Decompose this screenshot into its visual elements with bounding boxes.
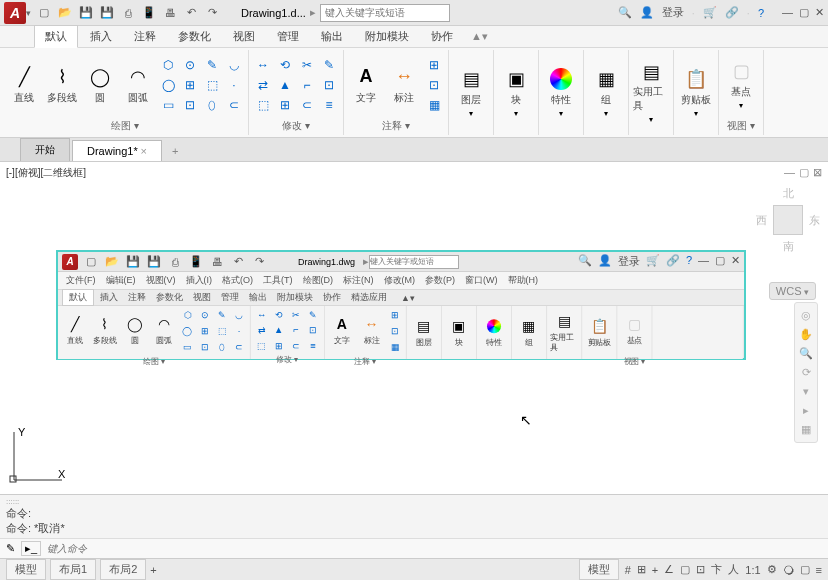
tab-annotate[interactable]: 注释 bbox=[124, 26, 166, 47]
app-logo-icon[interactable]: A bbox=[4, 2, 26, 24]
open-icon[interactable]: 📂 bbox=[56, 4, 74, 22]
cube-n[interactable]: 北 bbox=[783, 186, 794, 201]
mobile-icon[interactable]: 📱 bbox=[140, 4, 158, 22]
sm-btn[interactable]: ⬡ bbox=[158, 56, 178, 74]
sm-btn[interactable]: ⟲ bbox=[275, 56, 295, 74]
panel-draw-title[interactable]: 绘图 ▾ bbox=[6, 117, 244, 133]
save-icon[interactable]: 💾 bbox=[77, 4, 95, 22]
sm-btn[interactable]: ▭ bbox=[158, 96, 178, 114]
sm-btn[interactable]: ▦ bbox=[424, 96, 444, 114]
block-button[interactable]: ▣块▾ bbox=[498, 63, 534, 123]
sm-btn[interactable]: ⊡ bbox=[180, 96, 200, 114]
search-play-icon[interactable]: ▸ bbox=[310, 6, 316, 19]
sm-btn[interactable]: ◡ bbox=[224, 56, 244, 74]
tab-start[interactable]: 开始 bbox=[20, 138, 70, 161]
panel-annot-title[interactable]: 注释 ▾ bbox=[348, 117, 444, 133]
dim-button[interactable]: ↔标注 bbox=[386, 55, 422, 115]
tab-parametric[interactable]: 参数化 bbox=[168, 26, 221, 47]
dyn-icon[interactable]: 卞 bbox=[711, 562, 722, 577]
sm-btn[interactable]: ⌐ bbox=[297, 76, 317, 94]
tab-drawing1[interactable]: Drawing1* × bbox=[72, 140, 162, 161]
share-icon[interactable]: 🔗 bbox=[725, 6, 739, 19]
vp-close-icon[interactable]: ⊠ bbox=[813, 166, 822, 179]
login-link[interactable]: 登录 bbox=[662, 5, 684, 20]
sm-btn[interactable]: ⇄ bbox=[253, 76, 273, 94]
arc-button[interactable]: ◠圆弧 bbox=[120, 55, 156, 115]
command-input[interactable] bbox=[47, 543, 822, 554]
nav-play-icon[interactable]: ▸ bbox=[803, 404, 809, 417]
search-input[interactable] bbox=[320, 4, 450, 22]
status-layout2-tab[interactable]: 布局2 bbox=[100, 559, 146, 580]
nav-grid-icon[interactable]: ▦ bbox=[801, 423, 811, 436]
cmd-icon[interactable]: ✎ bbox=[6, 542, 15, 555]
sm-btn[interactable]: ▲ bbox=[275, 76, 295, 94]
track-icon[interactable]: ⊡ bbox=[696, 563, 705, 576]
gear-icon[interactable]: ⚙ bbox=[767, 563, 777, 576]
line-button[interactable]: ╱直线 bbox=[6, 55, 42, 115]
vp-min-icon[interactable]: — bbox=[784, 166, 795, 179]
status-model-tab[interactable]: 模型 bbox=[6, 559, 46, 580]
sm-btn[interactable]: ⊡ bbox=[424, 76, 444, 94]
sm-btn[interactable]: ⊞ bbox=[180, 76, 200, 94]
close-button[interactable]: ✕ bbox=[815, 6, 824, 19]
text-button[interactable]: A文字 bbox=[348, 55, 384, 115]
viewport-label[interactable]: [-][俯视][二维线框] bbox=[6, 166, 86, 180]
print-icon[interactable]: 🖶 bbox=[161, 4, 179, 22]
ortho-icon[interactable]: + bbox=[652, 564, 658, 576]
ribbon-expand-icon[interactable]: ▲▾ bbox=[471, 30, 488, 43]
cube-e[interactable]: 东 bbox=[809, 213, 820, 228]
redo-icon[interactable]: ↷ bbox=[203, 4, 221, 22]
add-tab-button[interactable]: + bbox=[164, 141, 186, 161]
help-icon[interactable]: ? bbox=[758, 7, 764, 19]
saveas-icon[interactable]: 💾 bbox=[98, 4, 116, 22]
panel-modify-title[interactable]: 修改 ▾ bbox=[253, 117, 339, 133]
snap-icon[interactable]: ⊞ bbox=[637, 563, 646, 576]
anno-icon[interactable]: 🔾 bbox=[783, 564, 794, 576]
grid-icon[interactable]: # bbox=[625, 564, 631, 576]
vp-max-icon[interactable]: ▢ bbox=[799, 166, 809, 179]
nav-more-icon[interactable]: ▾ bbox=[803, 385, 809, 398]
cube-face[interactable] bbox=[773, 205, 803, 235]
status-modelspace[interactable]: 模型 bbox=[579, 559, 619, 580]
sm-btn[interactable]: ◯ bbox=[158, 76, 178, 94]
viewport[interactable]: [-][俯视][二维线框] — ▢ ⊠ 北 西东 南 WCS ▾ ◎✋🔍⟳▾▸▦… bbox=[0, 162, 828, 494]
sm-btn[interactable]: ⊂ bbox=[224, 96, 244, 114]
status-layout1-tab[interactable]: 布局1 bbox=[50, 559, 96, 580]
sm-btn[interactable]: ↔ bbox=[253, 56, 273, 74]
sm-btn[interactable]: ⊂ bbox=[297, 96, 317, 114]
prop-button[interactable]: 特性▾ bbox=[543, 63, 579, 123]
circle-button[interactable]: ◯圆 bbox=[82, 55, 118, 115]
wcs-badge[interactable]: WCS ▾ bbox=[769, 282, 816, 300]
iso-icon[interactable]: ▢ bbox=[800, 563, 810, 576]
maximize-button[interactable]: ▢ bbox=[799, 6, 809, 19]
minimize-button[interactable]: — bbox=[782, 6, 793, 19]
sm-btn[interactable]: ⬯ bbox=[202, 96, 222, 114]
panel-view-title[interactable]: 视图 ▾ bbox=[723, 117, 759, 133]
sm-btn[interactable]: ⊞ bbox=[275, 96, 295, 114]
sm-btn[interactable]: ⬚ bbox=[253, 96, 273, 114]
more-icon[interactable]: ≡ bbox=[816, 564, 822, 576]
tab-addins[interactable]: 附加模块 bbox=[355, 26, 419, 47]
base-button[interactable]: ▢基点▾ bbox=[723, 55, 759, 115]
user-icon[interactable]: 👤 bbox=[640, 6, 654, 19]
polar-icon[interactable]: ∠ bbox=[664, 563, 674, 576]
nav-pan-icon[interactable]: ✋ bbox=[799, 328, 813, 341]
tab-manage[interactable]: 管理 bbox=[267, 26, 309, 47]
sm-btn[interactable]: ⊞ bbox=[424, 56, 444, 74]
cart-icon[interactable]: 🛒 bbox=[703, 6, 717, 19]
sm-btn[interactable]: ✎ bbox=[319, 56, 339, 74]
sm-btn[interactable]: ≡ bbox=[319, 96, 339, 114]
tab-collab[interactable]: 协作 bbox=[421, 26, 463, 47]
scale-label[interactable]: 1:1 bbox=[745, 564, 760, 576]
sm-btn[interactable]: ⊡ bbox=[319, 76, 339, 94]
osnap-icon[interactable]: ▢ bbox=[680, 563, 690, 576]
clip-button[interactable]: 📋剪贴板▾ bbox=[678, 63, 714, 123]
sm-btn[interactable]: ⬚ bbox=[202, 76, 222, 94]
sm-btn[interactable]: · bbox=[224, 76, 244, 94]
add-layout-icon[interactable]: + bbox=[150, 564, 156, 576]
nav-zoom-icon[interactable]: 🔍 bbox=[799, 347, 813, 360]
close-tab-icon[interactable]: × bbox=[141, 145, 147, 157]
plot-icon[interactable]: ⎙ bbox=[119, 4, 137, 22]
nav-cube[interactable]: 北 西东 南 bbox=[758, 186, 818, 276]
tab-view[interactable]: 视图 bbox=[223, 26, 265, 47]
